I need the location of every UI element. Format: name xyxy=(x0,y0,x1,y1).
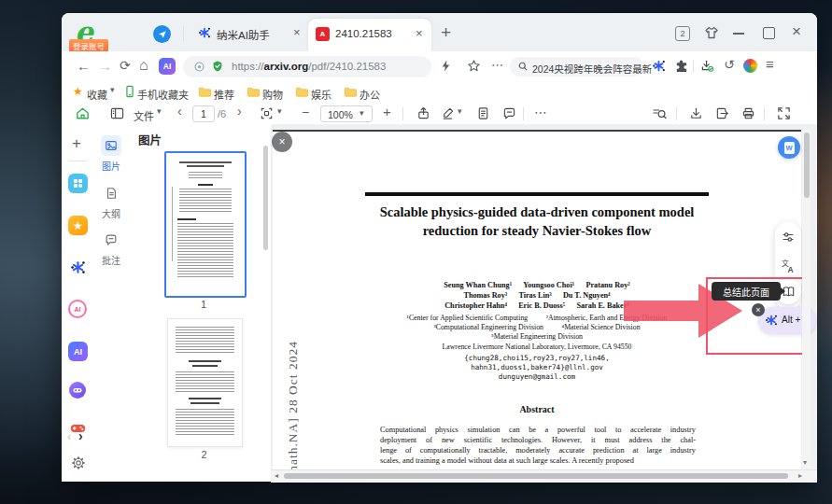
ai-assistant-icon[interactable]: AI xyxy=(159,58,176,75)
fullscreen-icon[interactable] xyxy=(777,106,791,120)
rail-nano-ai-icon[interactable] xyxy=(68,258,88,277)
word-doc-icon: W xyxy=(784,142,795,154)
abstract-line: scales, and training a model without dat… xyxy=(380,455,696,466)
panel-tab-images[interactable]: 图片 xyxy=(99,135,123,169)
panel-tab-label: 批注 xyxy=(102,253,120,267)
folder-icon[interactable] xyxy=(198,85,212,99)
email-line: hahn31,duoss1,baker74}@llnl.gov xyxy=(273,363,801,371)
folder-icon[interactable] xyxy=(295,85,309,99)
folder-icon[interactable] xyxy=(247,85,261,99)
bookmark-item[interactable]: 推荐 xyxy=(214,87,234,102)
pdf-toolbar xyxy=(62,103,817,125)
next-page-icon[interactable]: › xyxy=(237,105,242,118)
downloads-icon[interactable] xyxy=(700,59,714,73)
toolbar-more-icon[interactable]: ⋯ xyxy=(534,105,547,119)
pdf-home-icon[interactable] xyxy=(75,105,91,121)
bookmark-star-icon[interactable] xyxy=(467,59,481,73)
phone-bookmarks-icon[interactable] xyxy=(123,85,136,98)
back-button[interactable]: ← xyxy=(77,59,91,73)
close-tab-icon[interactable]: × xyxy=(416,27,423,39)
rail-ai-circle-icon[interactable]: AI xyxy=(68,300,87,318)
folder-icon[interactable] xyxy=(344,85,358,99)
close-preview-button[interactable]: × xyxy=(272,132,292,152)
display-settings-icon[interactable] xyxy=(781,230,796,245)
abstract-paragraph: Computational physics simulation can be … xyxy=(380,425,696,466)
sidebar-toggle-icon[interactable] xyxy=(110,106,124,120)
extensions-puzzle-icon[interactable] xyxy=(674,59,688,73)
reader-mode-icon[interactable] xyxy=(192,60,205,73)
new-tab-button[interactable]: + xyxy=(441,23,451,41)
minimize-button[interactable] xyxy=(733,33,744,35)
login-account-badge[interactable]: 登录账号 xyxy=(69,39,108,52)
tab-nano-ai[interactable]: 纳米AI助手 × xyxy=(190,20,306,49)
zoom-out-icon[interactable]: − xyxy=(302,105,309,119)
toolbar-separator xyxy=(523,107,524,120)
bookmark-item[interactable]: 办公 xyxy=(360,87,380,102)
url-more-icon[interactable]: ⋯ xyxy=(491,59,503,71)
fit-page-icon[interactable] xyxy=(260,106,274,120)
maximize-button[interactable] xyxy=(763,27,775,39)
highlight-pen-icon[interactable] xyxy=(441,106,455,120)
page-number-input[interactable]: 1 xyxy=(192,105,215,122)
bookmark-item[interactable]: 手机收藏夹 xyxy=(137,87,189,102)
rail-app-icon-1[interactable] xyxy=(68,174,88,193)
rail-add-button[interactable]: + xyxy=(72,135,81,151)
favorites-caret-icon[interactable]: ▾ xyxy=(110,86,115,94)
scroll-down-arrow-icon[interactable]: ▾ xyxy=(803,459,807,467)
vertical-scrollbar-thumb[interactable] xyxy=(804,133,810,198)
favorites-label[interactable]: 收藏 xyxy=(87,87,107,102)
close-tab-icon[interactable]: × xyxy=(293,26,301,38)
scroll-left-arrow-icon[interactable]: ◂ xyxy=(275,472,278,480)
forward-button[interactable]: → xyxy=(98,59,112,73)
safety-badge-icon[interactable] xyxy=(153,25,171,43)
notes-doc-icon[interactable] xyxy=(476,106,490,120)
zoom-in-icon[interactable]: + xyxy=(383,105,391,119)
close-window-button[interactable]: × xyxy=(792,23,801,39)
panel-tab-annotations[interactable]: 批注 xyxy=(99,230,123,263)
rail-collapse-left-icon[interactable]: ‹ xyxy=(67,430,71,442)
settings-gear-icon[interactable] xyxy=(71,455,86,470)
favorites-star-icon[interactable]: ★ xyxy=(73,85,83,98)
rail-favorites-star-icon[interactable]: ★ xyxy=(68,216,88,235)
thumbnail-page-1[interactable] xyxy=(164,151,247,298)
reload-button[interactable]: ⟳ xyxy=(120,59,131,72)
apps-wheel-icon[interactable] xyxy=(743,59,757,73)
rail-robot-icon[interactable] xyxy=(69,382,86,399)
main-menu-icon[interactable]: ≡ xyxy=(766,57,774,71)
rail-ai-square-icon[interactable]: AI xyxy=(68,342,88,361)
theme-skin-icon[interactable] xyxy=(704,25,719,40)
thumbnail-panel-header: 图片 xyxy=(138,131,162,148)
bookmark-item[interactable]: 娱乐 xyxy=(311,87,331,102)
comment-icon[interactable] xyxy=(502,106,516,120)
print-icon[interactable] xyxy=(741,106,755,120)
share-icon[interactable] xyxy=(416,106,430,120)
file-menu-caret-icon[interactable]: ▾ xyxy=(157,107,162,116)
highlight-caret-icon[interactable]: ▾ xyxy=(458,107,462,116)
security-shield-icon[interactable] xyxy=(211,60,224,73)
url-field[interactable]: https://arxiv.org/pdf/2410.21583 xyxy=(183,56,431,77)
translate-icon[interactable]: 文A xyxy=(781,259,796,273)
thumbnail-page-2[interactable] xyxy=(167,318,243,447)
rail-expand-right-icon[interactable]: › xyxy=(78,429,83,442)
recently-closed-icon[interactable]: ↺ xyxy=(724,58,735,71)
fit-caret-icon[interactable]: ▾ xyxy=(277,107,282,116)
search-in-document-icon[interactable] xyxy=(652,106,667,121)
bookmark-item[interactable]: 购物 xyxy=(262,87,283,102)
horizontal-scrollbar-thumb[interactable] xyxy=(284,473,788,479)
file-menu[interactable]: 文件 xyxy=(134,108,154,123)
zoom-level-select[interactable]: 100% ▾ xyxy=(320,105,373,122)
tab-count-badge[interactable]: 2 xyxy=(675,26,690,41)
prev-page-icon[interactable]: ‹ xyxy=(177,105,182,118)
nano-ai-toolbar-icon[interactable] xyxy=(652,59,666,73)
save-as-icon[interactable] xyxy=(715,106,729,120)
quick-action-icon[interactable] xyxy=(439,59,453,73)
panel-tab-outline[interactable]: 大纲 xyxy=(99,183,123,217)
convert-to-word-button[interactable]: W xyxy=(778,136,800,159)
thumbnail-scrollbar[interactable] xyxy=(263,146,268,250)
download-pdf-icon[interactable] xyxy=(689,106,703,120)
scroll-right-arrow-icon[interactable]: ▸ xyxy=(798,472,802,480)
tab-pdf[interactable]: A 2410.21583 × xyxy=(308,19,431,51)
home-button[interactable]: ⌂ xyxy=(139,58,148,73)
search-box[interactable]: 2024央视跨年晚会阵容最新 xyxy=(510,57,644,77)
dismiss-shortcut-icon[interactable]: × xyxy=(752,303,765,316)
